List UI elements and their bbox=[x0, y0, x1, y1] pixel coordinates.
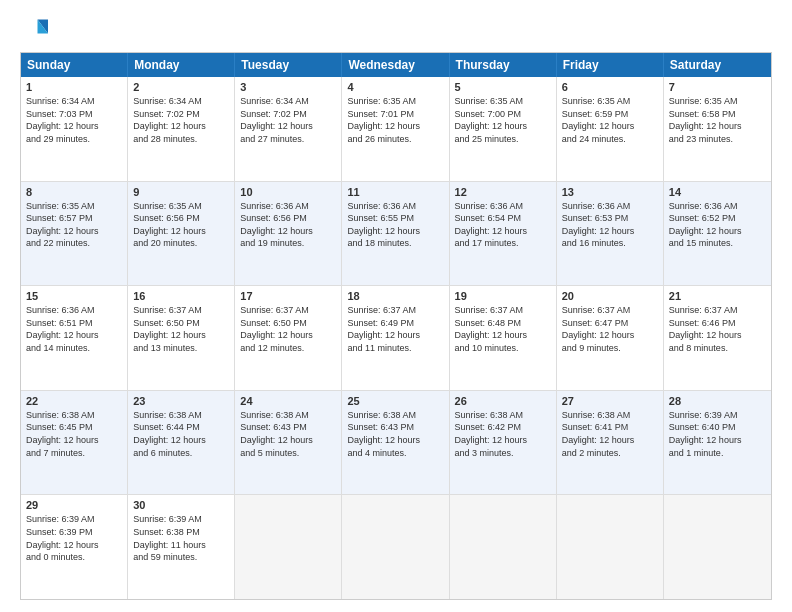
calendar-cell: 14Sunrise: 6:36 AM Sunset: 6:52 PM Dayli… bbox=[664, 182, 771, 286]
header-cell-sunday: Sunday bbox=[21, 53, 128, 77]
cell-info: Sunrise: 6:36 AM Sunset: 6:52 PM Dayligh… bbox=[669, 200, 766, 250]
cell-info: Sunrise: 6:37 AM Sunset: 6:47 PM Dayligh… bbox=[562, 304, 658, 354]
cell-info: Sunrise: 6:37 AM Sunset: 6:46 PM Dayligh… bbox=[669, 304, 766, 354]
calendar: SundayMondayTuesdayWednesdayThursdayFrid… bbox=[20, 52, 772, 600]
page: SundayMondayTuesdayWednesdayThursdayFrid… bbox=[0, 0, 792, 612]
cell-info: Sunrise: 6:38 AM Sunset: 6:43 PM Dayligh… bbox=[347, 409, 443, 459]
day-number: 6 bbox=[562, 81, 658, 93]
calendar-cell: 20Sunrise: 6:37 AM Sunset: 6:47 PM Dayli… bbox=[557, 286, 664, 390]
day-number: 14 bbox=[669, 186, 766, 198]
day-number: 21 bbox=[669, 290, 766, 302]
cell-info: Sunrise: 6:39 AM Sunset: 6:38 PM Dayligh… bbox=[133, 513, 229, 563]
day-number: 7 bbox=[669, 81, 766, 93]
calendar-cell: 22Sunrise: 6:38 AM Sunset: 6:45 PM Dayli… bbox=[21, 391, 128, 495]
calendar-cell bbox=[664, 495, 771, 599]
day-number: 4 bbox=[347, 81, 443, 93]
calendar-row-3: 15Sunrise: 6:36 AM Sunset: 6:51 PM Dayli… bbox=[21, 286, 771, 391]
day-number: 27 bbox=[562, 395, 658, 407]
calendar-cell bbox=[235, 495, 342, 599]
day-number: 5 bbox=[455, 81, 551, 93]
cell-info: Sunrise: 6:39 AM Sunset: 6:39 PM Dayligh… bbox=[26, 513, 122, 563]
day-number: 8 bbox=[26, 186, 122, 198]
calendar-cell: 8Sunrise: 6:35 AM Sunset: 6:57 PM Daylig… bbox=[21, 182, 128, 286]
cell-info: Sunrise: 6:34 AM Sunset: 7:03 PM Dayligh… bbox=[26, 95, 122, 145]
calendar-cell: 16Sunrise: 6:37 AM Sunset: 6:50 PM Dayli… bbox=[128, 286, 235, 390]
calendar-cell: 1Sunrise: 6:34 AM Sunset: 7:03 PM Daylig… bbox=[21, 77, 128, 181]
cell-info: Sunrise: 6:38 AM Sunset: 6:45 PM Dayligh… bbox=[26, 409, 122, 459]
day-number: 20 bbox=[562, 290, 658, 302]
day-number: 15 bbox=[26, 290, 122, 302]
day-number: 3 bbox=[240, 81, 336, 93]
cell-info: Sunrise: 6:35 AM Sunset: 7:00 PM Dayligh… bbox=[455, 95, 551, 145]
day-number: 19 bbox=[455, 290, 551, 302]
day-number: 13 bbox=[562, 186, 658, 198]
header bbox=[20, 16, 772, 44]
calendar-cell: 4Sunrise: 6:35 AM Sunset: 7:01 PM Daylig… bbox=[342, 77, 449, 181]
cell-info: Sunrise: 6:37 AM Sunset: 6:50 PM Dayligh… bbox=[133, 304, 229, 354]
calendar-cell: 27Sunrise: 6:38 AM Sunset: 6:41 PM Dayli… bbox=[557, 391, 664, 495]
day-number: 17 bbox=[240, 290, 336, 302]
calendar-cell: 24Sunrise: 6:38 AM Sunset: 6:43 PM Dayli… bbox=[235, 391, 342, 495]
header-cell-saturday: Saturday bbox=[664, 53, 771, 77]
day-number: 16 bbox=[133, 290, 229, 302]
calendar-row-2: 8Sunrise: 6:35 AM Sunset: 6:57 PM Daylig… bbox=[21, 182, 771, 287]
calendar-cell: 25Sunrise: 6:38 AM Sunset: 6:43 PM Dayli… bbox=[342, 391, 449, 495]
day-number: 18 bbox=[347, 290, 443, 302]
cell-info: Sunrise: 6:37 AM Sunset: 6:50 PM Dayligh… bbox=[240, 304, 336, 354]
calendar-cell: 11Sunrise: 6:36 AM Sunset: 6:55 PM Dayli… bbox=[342, 182, 449, 286]
header-cell-monday: Monday bbox=[128, 53, 235, 77]
calendar-cell: 13Sunrise: 6:36 AM Sunset: 6:53 PM Dayli… bbox=[557, 182, 664, 286]
day-number: 24 bbox=[240, 395, 336, 407]
header-cell-friday: Friday bbox=[557, 53, 664, 77]
cell-info: Sunrise: 6:36 AM Sunset: 6:54 PM Dayligh… bbox=[455, 200, 551, 250]
cell-info: Sunrise: 6:35 AM Sunset: 7:01 PM Dayligh… bbox=[347, 95, 443, 145]
day-number: 30 bbox=[133, 499, 229, 511]
calendar-cell: 5Sunrise: 6:35 AM Sunset: 7:00 PM Daylig… bbox=[450, 77, 557, 181]
day-number: 12 bbox=[455, 186, 551, 198]
cell-info: Sunrise: 6:36 AM Sunset: 6:51 PM Dayligh… bbox=[26, 304, 122, 354]
calendar-row-5: 29Sunrise: 6:39 AM Sunset: 6:39 PM Dayli… bbox=[21, 495, 771, 599]
cell-info: Sunrise: 6:34 AM Sunset: 7:02 PM Dayligh… bbox=[240, 95, 336, 145]
cell-info: Sunrise: 6:37 AM Sunset: 6:49 PM Dayligh… bbox=[347, 304, 443, 354]
calendar-row-1: 1Sunrise: 6:34 AM Sunset: 7:03 PM Daylig… bbox=[21, 77, 771, 182]
calendar-cell bbox=[557, 495, 664, 599]
cell-info: Sunrise: 6:36 AM Sunset: 6:55 PM Dayligh… bbox=[347, 200, 443, 250]
calendar-cell bbox=[450, 495, 557, 599]
cell-info: Sunrise: 6:36 AM Sunset: 6:56 PM Dayligh… bbox=[240, 200, 336, 250]
calendar-cell: 12Sunrise: 6:36 AM Sunset: 6:54 PM Dayli… bbox=[450, 182, 557, 286]
calendar-cell: 10Sunrise: 6:36 AM Sunset: 6:56 PM Dayli… bbox=[235, 182, 342, 286]
calendar-cell: 29Sunrise: 6:39 AM Sunset: 6:39 PM Dayli… bbox=[21, 495, 128, 599]
calendar-cell: 28Sunrise: 6:39 AM Sunset: 6:40 PM Dayli… bbox=[664, 391, 771, 495]
calendar-cell: 9Sunrise: 6:35 AM Sunset: 6:56 PM Daylig… bbox=[128, 182, 235, 286]
cell-info: Sunrise: 6:35 AM Sunset: 6:58 PM Dayligh… bbox=[669, 95, 766, 145]
cell-info: Sunrise: 6:38 AM Sunset: 6:44 PM Dayligh… bbox=[133, 409, 229, 459]
cell-info: Sunrise: 6:35 AM Sunset: 6:59 PM Dayligh… bbox=[562, 95, 658, 145]
cell-info: Sunrise: 6:38 AM Sunset: 6:42 PM Dayligh… bbox=[455, 409, 551, 459]
logo bbox=[20, 16, 52, 44]
calendar-cell: 19Sunrise: 6:37 AM Sunset: 6:48 PM Dayli… bbox=[450, 286, 557, 390]
day-number: 26 bbox=[455, 395, 551, 407]
logo-icon bbox=[20, 16, 48, 44]
day-number: 25 bbox=[347, 395, 443, 407]
day-number: 10 bbox=[240, 186, 336, 198]
calendar-cell bbox=[342, 495, 449, 599]
calendar-cell: 7Sunrise: 6:35 AM Sunset: 6:58 PM Daylig… bbox=[664, 77, 771, 181]
day-number: 11 bbox=[347, 186, 443, 198]
calendar-body: 1Sunrise: 6:34 AM Sunset: 7:03 PM Daylig… bbox=[21, 77, 771, 599]
calendar-cell: 23Sunrise: 6:38 AM Sunset: 6:44 PM Dayli… bbox=[128, 391, 235, 495]
header-cell-tuesday: Tuesday bbox=[235, 53, 342, 77]
calendar-cell: 3Sunrise: 6:34 AM Sunset: 7:02 PM Daylig… bbox=[235, 77, 342, 181]
calendar-cell: 15Sunrise: 6:36 AM Sunset: 6:51 PM Dayli… bbox=[21, 286, 128, 390]
day-number: 23 bbox=[133, 395, 229, 407]
calendar-row-4: 22Sunrise: 6:38 AM Sunset: 6:45 PM Dayli… bbox=[21, 391, 771, 496]
header-cell-wednesday: Wednesday bbox=[342, 53, 449, 77]
calendar-cell: 6Sunrise: 6:35 AM Sunset: 6:59 PM Daylig… bbox=[557, 77, 664, 181]
cell-info: Sunrise: 6:38 AM Sunset: 6:41 PM Dayligh… bbox=[562, 409, 658, 459]
calendar-cell: 30Sunrise: 6:39 AM Sunset: 6:38 PM Dayli… bbox=[128, 495, 235, 599]
calendar-cell: 2Sunrise: 6:34 AM Sunset: 7:02 PM Daylig… bbox=[128, 77, 235, 181]
calendar-cell: 18Sunrise: 6:37 AM Sunset: 6:49 PM Dayli… bbox=[342, 286, 449, 390]
day-number: 1 bbox=[26, 81, 122, 93]
day-number: 29 bbox=[26, 499, 122, 511]
cell-info: Sunrise: 6:38 AM Sunset: 6:43 PM Dayligh… bbox=[240, 409, 336, 459]
calendar-header-row: SundayMondayTuesdayWednesdayThursdayFrid… bbox=[21, 53, 771, 77]
